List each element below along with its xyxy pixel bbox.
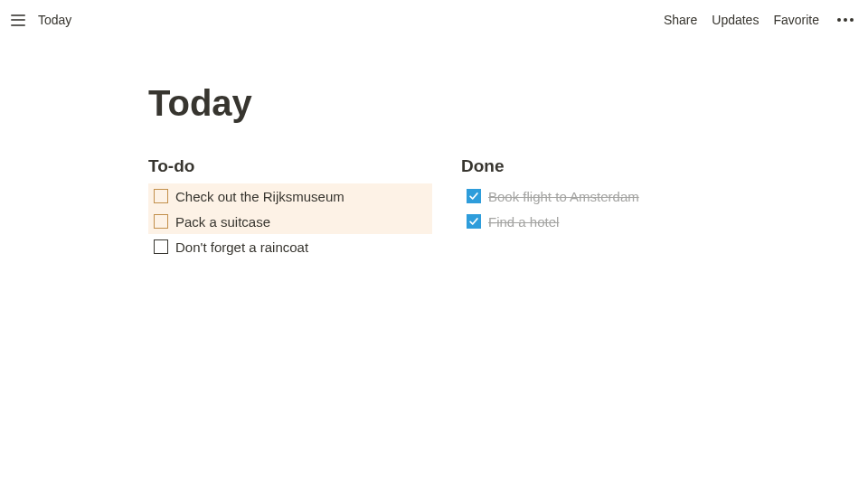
- todo-text: Pack a suitcase: [175, 214, 270, 230]
- done-item[interactable]: Find a hotel: [461, 209, 745, 234]
- todo-item[interactable]: Check out the Rijksmuseum: [148, 183, 432, 209]
- done-column: Done Book flight to Amsterdam Find a hot…: [461, 156, 745, 259]
- breadcrumb[interactable]: Today: [38, 13, 71, 27]
- favorite-button[interactable]: Favorite: [773, 13, 819, 27]
- done-item[interactable]: Book flight to Amsterdam: [461, 183, 745, 209]
- columns: To-do Check out the Rijksmuseum Pack a s…: [148, 156, 745, 259]
- share-button[interactable]: Share: [664, 13, 697, 27]
- topbar-left: Today: [11, 11, 71, 29]
- checkbox-unchecked-icon[interactable]: [154, 214, 168, 229]
- todo-heading: To-do: [148, 156, 432, 176]
- done-text: Find a hotel: [488, 214, 559, 230]
- todo-item[interactable]: Don't forget a raincoat: [148, 234, 432, 259]
- page-title: Today: [148, 83, 745, 124]
- checkbox-checked-icon[interactable]: [467, 189, 481, 203]
- done-text: Book flight to Amsterdam: [488, 189, 639, 204]
- checkbox-checked-icon[interactable]: [467, 214, 481, 229]
- topbar-right: Share Updates Favorite: [664, 13, 857, 27]
- checkbox-unchecked-icon[interactable]: [154, 239, 168, 254]
- updates-button[interactable]: Updates: [712, 13, 759, 27]
- checkbox-unchecked-icon[interactable]: [154, 189, 168, 203]
- menu-icon[interactable]: [11, 11, 29, 29]
- topbar: Today Share Updates Favorite: [0, 0, 868, 40]
- more-icon[interactable]: [834, 18, 857, 22]
- done-heading: Done: [461, 156, 745, 176]
- page-content: Today To-do Check out the Rijksmuseum Pa…: [148, 40, 745, 259]
- todo-text: Check out the Rijksmuseum: [175, 189, 344, 204]
- todo-text: Don't forget a raincoat: [175, 239, 308, 255]
- todo-item[interactable]: Pack a suitcase: [148, 209, 432, 234]
- todo-column: To-do Check out the Rijksmuseum Pack a s…: [148, 156, 432, 259]
